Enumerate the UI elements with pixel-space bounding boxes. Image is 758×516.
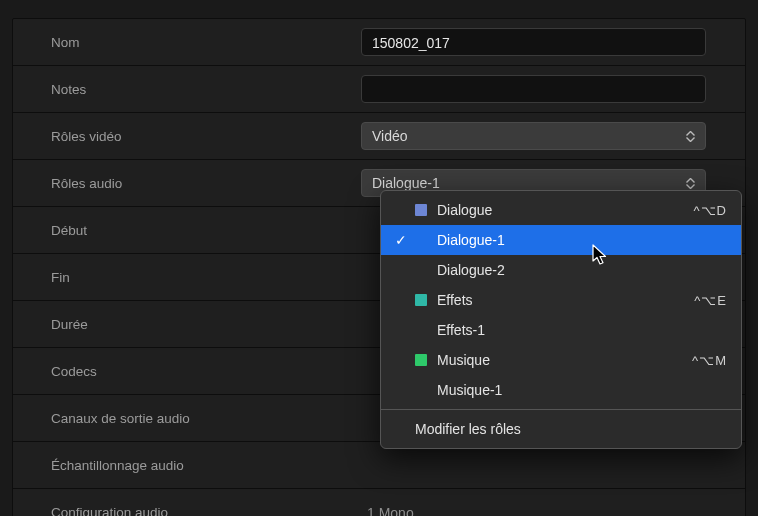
label-end: Fin bbox=[51, 270, 361, 285]
menu-item-label: Dialogue-1 bbox=[437, 232, 727, 248]
row-video-roles: Rôles vidéo Vidéo bbox=[13, 113, 745, 160]
label-start: Début bbox=[51, 223, 361, 238]
menu-item-shortcut: ^⌥M bbox=[692, 353, 727, 368]
menu-item-edit-roles[interactable]: Modifier les rôles bbox=[381, 414, 741, 444]
menu-item-label: Dialogue bbox=[437, 202, 694, 218]
menu-item-musique-1[interactable]: Musique-1 bbox=[381, 375, 741, 405]
menu-item-label: Dialogue-2 bbox=[437, 262, 727, 278]
menu-separator bbox=[381, 409, 741, 410]
menu-item-effets[interactable]: Effets^⌥E bbox=[381, 285, 741, 315]
menu-item-label: Modifier les rôles bbox=[415, 421, 727, 437]
label-audio-sampling: Échantillonnage audio bbox=[51, 458, 361, 473]
menu-item-label: Musique bbox=[437, 352, 692, 368]
audio-roles-value: Dialogue-1 bbox=[372, 175, 440, 191]
label-notes: Notes bbox=[51, 82, 361, 97]
color-swatch-icon bbox=[415, 354, 427, 366]
chevron-updown-icon bbox=[686, 178, 695, 189]
label-audio-config: Configuration audio bbox=[51, 505, 361, 516]
name-input[interactable]: 150802_017 bbox=[361, 28, 706, 56]
menu-item-dialogue[interactable]: Dialogue^⌥D bbox=[381, 195, 741, 225]
menu-item-dialogue-2[interactable]: Dialogue-2 bbox=[381, 255, 741, 285]
color-swatch-icon bbox=[415, 204, 427, 216]
menu-item-label: Effets bbox=[437, 292, 694, 308]
row-audio-sampling: Échantillonnage audio bbox=[13, 442, 745, 489]
row-notes: Notes bbox=[13, 66, 745, 113]
label-codecs: Codecs bbox=[51, 364, 361, 379]
label-audio-out-channels: Canaux de sortie audio bbox=[51, 411, 361, 426]
label-duration: Durée bbox=[51, 317, 361, 332]
audio-config-value: 1 Mono bbox=[361, 505, 414, 517]
menu-item-musique[interactable]: Musique^⌥M bbox=[381, 345, 741, 375]
row-audio-config: Configuration audio 1 Mono bbox=[13, 489, 745, 516]
menu-item-shortcut: ^⌥D bbox=[694, 203, 728, 218]
label-video-roles: Rôles vidéo bbox=[51, 129, 361, 144]
label-audio-roles: Rôles audio bbox=[51, 176, 361, 191]
menu-item-effets-1[interactable]: Effets-1 bbox=[381, 315, 741, 345]
checkmark-icon: ✓ bbox=[391, 232, 411, 248]
menu-item-label: Musique-1 bbox=[437, 382, 727, 398]
row-name: Nom 150802_017 bbox=[13, 19, 745, 66]
video-roles-value: Vidéo bbox=[372, 128, 408, 144]
label-name: Nom bbox=[51, 35, 361, 50]
color-swatch-icon bbox=[415, 294, 427, 306]
audio-roles-menu: Dialogue^⌥D✓Dialogue-1Dialogue-2Effets^⌥… bbox=[380, 190, 742, 449]
menu-item-dialogue-1[interactable]: ✓Dialogue-1 bbox=[381, 225, 741, 255]
menu-item-shortcut: ^⌥E bbox=[694, 293, 727, 308]
notes-input[interactable] bbox=[361, 75, 706, 103]
menu-item-label: Effets-1 bbox=[437, 322, 727, 338]
video-roles-dropdown[interactable]: Vidéo bbox=[361, 122, 706, 150]
chevron-updown-icon bbox=[686, 131, 695, 142]
